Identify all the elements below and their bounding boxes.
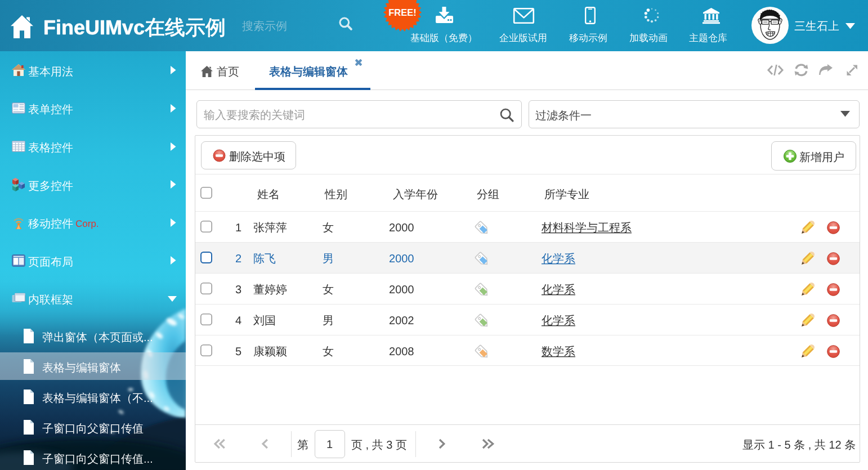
svg-text:FREE!: FREE! bbox=[388, 7, 417, 17]
